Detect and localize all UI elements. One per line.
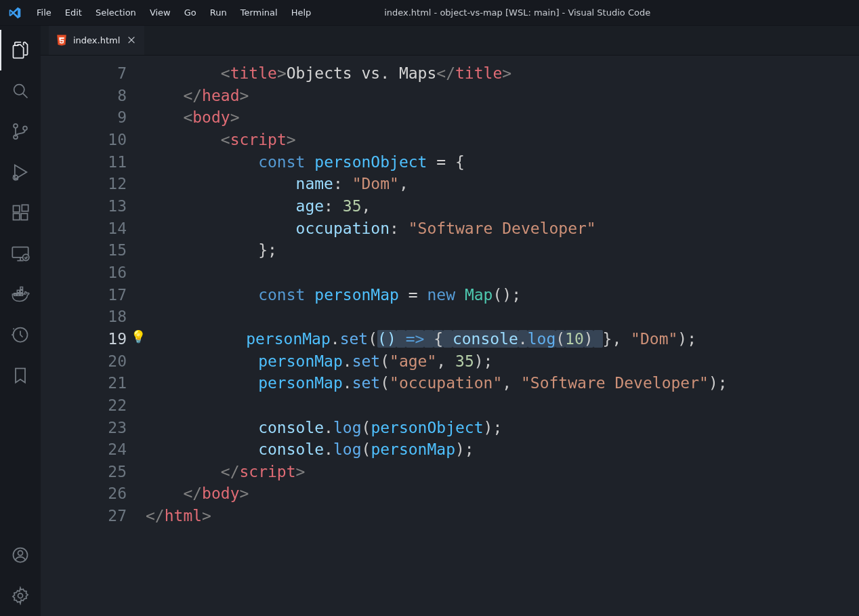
svg-point-11 [23,254,29,260]
line-number: 21 [41,372,146,394]
code-line[interactable]: 14 occupation: "Software Developer" [41,218,859,240]
svg-rect-7 [14,213,20,220]
extensions-icon[interactable] [0,192,41,233]
code-line[interactable]: 26 </body> [41,482,859,505]
settings-gear-icon[interactable] [0,575,41,616]
code-line[interactable]: 10 <script> [41,129,859,151]
code-line[interactable]: 7 <title>Objects vs. Maps</title> [41,62,859,85]
menu-selection[interactable]: Selection [89,0,143,26]
explorer-icon[interactable] [0,30,41,70]
line-number: 16 [41,262,146,284]
window-title: index.html - object-vs-map [WSL: main] -… [319,7,715,18]
source-control-icon[interactable] [0,111,41,152]
code-line[interactable]: 13 age: 35, [41,195,859,218]
menu-bar: File Edit Selection View Go Run Terminal… [30,0,318,26]
docker-icon[interactable] [0,274,41,314]
menu-file[interactable]: File [30,0,58,26]
editor-group: index.html 7 <title>Objects vs. Maps</ti… [41,26,859,616]
menu-view[interactable]: View [143,0,177,26]
line-number: 9 [41,106,146,129]
line-number: 15 [41,239,146,262]
code-line[interactable]: 24 console.log(personMap); [41,438,859,461]
svg-point-15 [18,594,23,598]
menu-run[interactable]: Run [203,0,234,26]
vscode-logo-icon [7,5,23,21]
line-number: 23 [41,417,146,439]
svg-point-2 [14,124,18,128]
code-line[interactable]: 22 [41,394,859,417]
code-line[interactable]: 9 <body> [41,106,859,129]
svg-line-1 [23,94,27,98]
line-number: 22 [41,394,146,417]
svg-point-14 [18,551,23,556]
tab-label: index.html [73,35,120,45]
remote-explorer-icon[interactable] [0,233,41,274]
code-line[interactable]: 19💡 personMap.set(() => { console.log(10… [41,328,859,350]
line-number: 20 [41,350,146,373]
activity-bar [0,26,41,616]
accounts-icon[interactable] [0,535,41,575]
menu-terminal[interactable]: Terminal [234,0,285,26]
code-line[interactable]: 17 const personMap = new Map(); [41,284,859,306]
code-line[interactable]: 21 personMap.set("occupation", "Software… [41,372,859,394]
code-line[interactable]: 20 personMap.set("age", 35); [41,350,859,373]
tab-index-html[interactable]: index.html [49,26,144,55]
code-line[interactable]: 8 </head> [41,85,859,107]
line-number: 27 [41,505,146,527]
line-number: 10 [41,129,146,151]
code-line[interactable]: 23 console.log(personObject); [41,417,859,439]
titlebar: File Edit Selection View Go Run Terminal… [0,0,859,26]
line-number: 24 [41,438,146,461]
code-line[interactable]: 11 const personObject = { [41,151,859,173]
svg-point-0 [14,85,24,95]
line-number: 12 [41,173,146,195]
line-number: 11 [41,151,146,173]
line-number: 25 [41,461,146,483]
code-line[interactable]: 18 [41,306,859,328]
svg-rect-6 [14,206,20,212]
code-line[interactable]: 15 }; [41,239,859,262]
vscode-window: File Edit Selection View Go Run Terminal… [0,0,859,616]
line-number: 26 [41,482,146,505]
code-editor[interactable]: 7 <title>Objects vs. Maps</title>8 </hea… [41,56,859,616]
code-line[interactable]: 16 [41,262,859,284]
tab-bar: index.html [41,26,859,56]
line-number: 8 [41,85,146,107]
line-number: 13 [41,195,146,218]
html-file-icon [56,34,68,46]
line-number: 14 [41,218,146,240]
timeline-icon[interactable] [0,314,41,355]
menu-go[interactable]: Go [177,0,203,26]
code-line[interactable]: 12 name: "Dom", [41,173,859,195]
svg-rect-9 [22,205,28,211]
svg-point-4 [23,126,27,130]
line-number: 18 [41,306,146,328]
line-number: 19 [41,328,146,350]
svg-rect-8 [21,213,27,220]
line-number: 17 [41,284,146,306]
line-number: 7 [41,62,146,85]
menu-edit[interactable]: Edit [58,0,89,26]
search-icon[interactable] [0,70,41,111]
code-line[interactable]: 25 </script> [41,461,859,483]
bookmarks-icon[interactable] [0,355,41,396]
close-icon[interactable] [125,34,138,46]
code-line[interactable]: 27</html> [41,505,859,527]
menu-help[interactable]: Help [285,0,318,26]
run-debug-icon[interactable] [0,152,41,192]
